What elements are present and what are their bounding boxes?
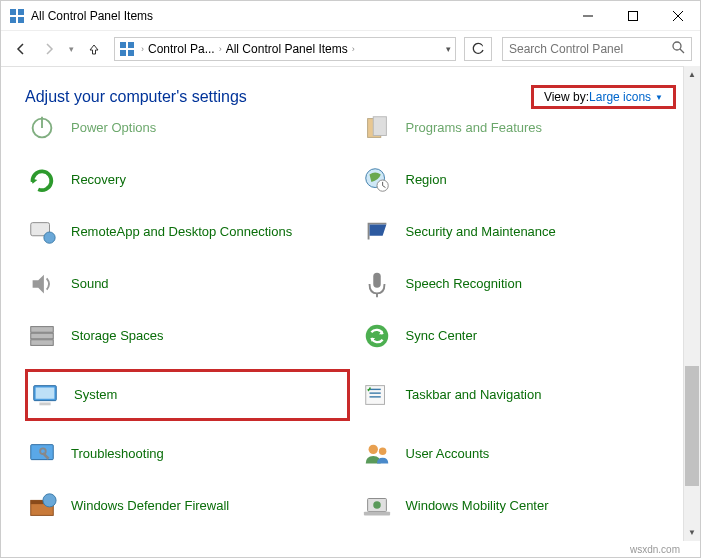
user-accounts-icon: [360, 437, 394, 471]
taskbar-icon: [360, 378, 394, 412]
svg-rect-0: [10, 9, 16, 15]
svg-rect-9: [128, 42, 134, 48]
up-button[interactable]: [82, 37, 106, 61]
back-button[interactable]: [9, 37, 33, 61]
item-security[interactable]: Security and Maintenance: [360, 213, 685, 251]
page-title: Adjust your computer's settings: [25, 88, 531, 106]
svg-rect-26: [31, 327, 54, 333]
item-label: Troubleshooting: [71, 446, 164, 462]
svg-rect-1: [18, 9, 24, 15]
address-cp-icon: [119, 41, 135, 57]
storage-icon: [25, 319, 59, 353]
item-label: Sync Center: [406, 328, 478, 344]
svg-rect-2: [10, 17, 16, 23]
item-label: Speech Recognition: [406, 276, 522, 292]
svg-rect-27: [31, 333, 54, 339]
chevron-right-icon[interactable]: ›: [139, 44, 146, 54]
defender-icon: [25, 489, 59, 523]
item-label: Region: [406, 172, 447, 188]
mobility-icon: [360, 489, 394, 523]
address-dropdown-icon[interactable]: ▾: [446, 44, 451, 54]
item-speech[interactable]: Speech Recognition: [360, 265, 685, 303]
region-icon: [360, 163, 394, 197]
item-work-folders[interactable]: Work Folders: [25, 539, 350, 545]
view-by-value[interactable]: Large icons: [589, 90, 651, 104]
content-area: Power Options Programs and Features Reco…: [1, 115, 700, 545]
item-power-options[interactable]: Power Options: [25, 115, 350, 147]
sound-icon: [25, 267, 59, 301]
item-label: Programs and Features: [406, 120, 543, 136]
view-by-label: View by:: [544, 90, 589, 104]
programs-icon: [360, 115, 394, 145]
vertical-scrollbar[interactable]: ▲ ▼: [683, 66, 700, 541]
items-grid: Power Options Programs and Features Reco…: [25, 115, 684, 545]
speech-icon: [360, 267, 394, 301]
svg-rect-8: [120, 42, 126, 48]
troubleshooting-icon: [25, 437, 59, 471]
item-label: User Accounts: [406, 446, 490, 462]
remoteapp-icon: [25, 215, 59, 249]
control-panel-icon: [9, 8, 25, 24]
svg-point-39: [368, 445, 377, 454]
item-mobility[interactable]: Windows Mobility Center: [360, 487, 685, 525]
address-bar[interactable]: › Control Pa... › All Control Panel Item…: [114, 37, 456, 61]
item-user-accounts[interactable]: User Accounts: [360, 435, 685, 473]
svg-point-43: [43, 494, 56, 507]
item-label: System: [74, 387, 117, 403]
chevron-right-icon[interactable]: ›: [350, 44, 357, 54]
svg-rect-32: [39, 403, 50, 406]
window-controls: [565, 1, 700, 30]
sync-icon: [360, 319, 394, 353]
refresh-button[interactable]: [464, 37, 492, 61]
security-icon: [360, 215, 394, 249]
search-box[interactable]: [502, 37, 692, 61]
system-icon: [28, 378, 62, 412]
scroll-up-icon[interactable]: ▲: [684, 66, 700, 83]
svg-rect-5: [628, 12, 637, 21]
item-storage[interactable]: Storage Spaces: [25, 317, 350, 355]
scroll-down-icon[interactable]: ▼: [684, 524, 700, 541]
chevron-down-icon[interactable]: ▼: [655, 93, 663, 102]
item-programs-features[interactable]: Programs and Features: [360, 115, 685, 147]
item-label: Power Options: [71, 120, 156, 136]
svg-point-46: [373, 501, 381, 509]
history-dropdown-icon[interactable]: ▾: [65, 44, 78, 54]
item-defender[interactable]: Windows Defender Firewall: [25, 487, 350, 525]
item-label: Security and Maintenance: [406, 224, 556, 240]
search-input[interactable]: [509, 42, 671, 56]
item-remoteapp[interactable]: RemoteApp and Desktop Connections: [25, 213, 350, 251]
breadcrumb-control-panel[interactable]: Control Pa...: [146, 42, 217, 56]
forward-button[interactable]: [37, 37, 61, 61]
svg-rect-11: [128, 50, 134, 56]
item-system[interactable]: System: [25, 369, 350, 421]
item-troubleshooting[interactable]: Troubleshooting: [25, 435, 350, 473]
view-by-selector[interactable]: View by: Large icons ▼: [531, 85, 676, 109]
scroll-thumb[interactable]: [685, 366, 699, 486]
item-label: Recovery: [71, 172, 126, 188]
svg-rect-17: [373, 117, 386, 136]
svg-point-40: [378, 447, 386, 455]
search-icon[interactable]: [671, 40, 685, 58]
recovery-icon: [25, 163, 59, 197]
power-options-icon: [25, 115, 59, 145]
window-title: All Control Panel Items: [31, 9, 565, 23]
chevron-right-icon[interactable]: ›: [217, 44, 224, 54]
minimize-button[interactable]: [565, 1, 610, 31]
titlebar: All Control Panel Items: [1, 1, 700, 31]
svg-rect-31: [36, 388, 55, 399]
item-recovery[interactable]: Recovery: [25, 161, 350, 199]
item-label: Sound: [71, 276, 109, 292]
item-taskbar[interactable]: Taskbar and Navigation: [360, 369, 685, 421]
item-label: RemoteApp and Desktop Connections: [71, 224, 292, 240]
svg-point-29: [365, 325, 388, 348]
item-sound[interactable]: Sound: [25, 265, 350, 303]
maximize-button[interactable]: [610, 1, 655, 31]
svg-rect-10: [120, 50, 126, 56]
item-label: Storage Spaces: [71, 328, 164, 344]
item-sync[interactable]: Sync Center: [360, 317, 685, 355]
watermark: wsxdn.com: [630, 544, 680, 555]
item-region[interactable]: Region: [360, 161, 685, 199]
work-folders-icon: [25, 541, 59, 545]
breadcrumb-all-items[interactable]: All Control Panel Items: [224, 42, 350, 56]
close-button[interactable]: [655, 1, 700, 31]
